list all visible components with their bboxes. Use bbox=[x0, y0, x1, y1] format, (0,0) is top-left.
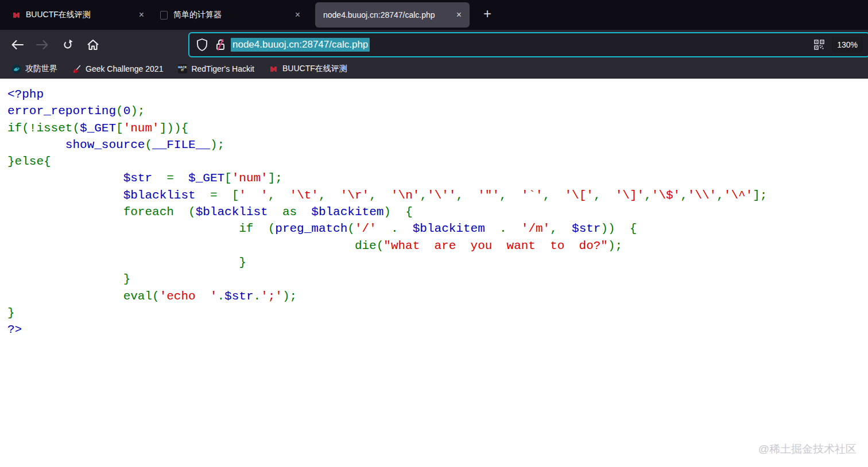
code-line: }else{ bbox=[7, 153, 868, 170]
code-line: eval('echo '.$str.';'); bbox=[7, 288, 868, 305]
code-segment: '"' bbox=[478, 189, 499, 202]
code-segment: , bbox=[369, 189, 391, 202]
bookmark-buuctf[interactable]: BUUCTF在线评测 bbox=[266, 63, 350, 75]
buuctf-favicon-icon bbox=[11, 10, 21, 20]
code-segment: error_reporting bbox=[7, 104, 116, 118]
hack-it-badge-icon: HACK IT bbox=[177, 64, 187, 74]
code-segment bbox=[7, 189, 123, 202]
code-segment: 'num' bbox=[232, 172, 268, 185]
bookmark-redtiger[interactable]: HACK IT RedTiger's Hackit bbox=[175, 63, 257, 75]
code-line: } bbox=[7, 305, 868, 321]
insecure-lock-icon[interactable] bbox=[215, 38, 226, 51]
zoom-level-badge[interactable]: 130% bbox=[832, 37, 863, 52]
code-segment: $str bbox=[123, 172, 152, 185]
code-segment: $str bbox=[224, 290, 253, 303]
flower-pin-icon bbox=[72, 64, 82, 74]
code-segment: , bbox=[319, 189, 340, 202]
new-tab-button[interactable]: + bbox=[480, 7, 495, 23]
forward-button[interactable] bbox=[32, 34, 53, 55]
qr-code-icon[interactable] bbox=[814, 40, 824, 50]
code-segment: if(!isset( bbox=[7, 122, 80, 135]
code-segment: $_GET bbox=[188, 172, 224, 185]
bookmark-adworld[interactable]: 攻防世界 bbox=[9, 63, 60, 75]
code-segment: } bbox=[7, 273, 130, 286]
code-segment: ';' bbox=[261, 290, 282, 303]
watermark: @稀土掘金技术社区 bbox=[758, 442, 857, 457]
code-segment: . bbox=[254, 290, 261, 303]
code-segment: ) { bbox=[383, 205, 412, 219]
code-segment: , bbox=[543, 189, 565, 202]
shield-icon[interactable] bbox=[196, 38, 208, 51]
tab-calculator[interactable]: 简单的计算器 × bbox=[152, 2, 308, 28]
code-segment: ); bbox=[210, 138, 224, 151]
code-line: <?php bbox=[7, 86, 868, 103]
code-segment: $blackitem bbox=[311, 205, 383, 219]
reload-button[interactable] bbox=[57, 34, 78, 55]
code-line: $str = $_GET['num']; bbox=[7, 170, 868, 186]
code-segment: die( bbox=[7, 239, 383, 252]
bookmark-label: RedTiger's Hackit bbox=[191, 64, 254, 73]
code-segment: preg_match bbox=[275, 222, 347, 235]
code-segment: ); bbox=[282, 290, 297, 303]
tab-close-icon[interactable]: × bbox=[137, 9, 146, 21]
code-segment: }else{ bbox=[7, 155, 51, 168]
code-segment: '\\' bbox=[688, 189, 716, 202]
tab-close-icon[interactable]: × bbox=[454, 9, 464, 21]
bookmark-geek-challenge[interactable]: Geek Challenge 2021 bbox=[69, 63, 165, 75]
code-segment: . bbox=[485, 222, 521, 235]
code-segment: '`' bbox=[521, 189, 543, 202]
navigation-toolbar: node4.buuoj.cn:28747/calc.php 130% bbox=[0, 30, 868, 60]
buuctf-favicon-icon bbox=[269, 64, 278, 74]
code-segment: '\]' bbox=[615, 189, 644, 202]
bookmark-label: 攻防世界 bbox=[25, 64, 57, 74]
code-segment bbox=[7, 138, 65, 151]
tab-calc-php-active[interactable]: node4.buuoj.cn:28747/calc.php × bbox=[315, 2, 470, 28]
code-segment: ' ' bbox=[239, 189, 268, 202]
code-segment: = bbox=[152, 172, 188, 185]
page-content: <?phperror_reporting(0);if(!isset($_GET[… bbox=[0, 79, 868, 467]
code-segment: 0 bbox=[123, 104, 131, 118]
code-segment: as bbox=[268, 205, 312, 219]
tab-title: BUUCTF在线评测 bbox=[26, 10, 91, 20]
code-segment: ( bbox=[347, 222, 355, 235]
code-segment: , bbox=[420, 189, 427, 202]
code-segment: ( bbox=[145, 138, 152, 151]
url-bar[interactable]: node4.buuoj.cn:28747/calc.php 130% bbox=[188, 32, 868, 57]
code-segment: , bbox=[268, 189, 290, 202]
code-segment: foreach ( bbox=[7, 205, 196, 219]
bookmarks-bar: 攻防世界 Geek Challenge 2021 HACK IT bbox=[0, 60, 868, 79]
code-line: error_reporting(0); bbox=[7, 103, 868, 119]
php-source: <?phperror_reporting(0);if(!isset($_GET[… bbox=[0, 79, 868, 338]
code-segment: <?php bbox=[7, 88, 44, 101]
back-button[interactable] bbox=[7, 34, 28, 55]
code-segment: show_source bbox=[65, 138, 145, 151]
code-segment: '\t' bbox=[290, 189, 319, 202]
code-segment: , bbox=[594, 189, 615, 202]
code-segment: "what are you want to do?" bbox=[383, 239, 608, 252]
tab-bar: BUUCTF在线评测 × 简单的计算器 × node4.buuoj.cn:287… bbox=[0, 0, 868, 30]
tab-title: 简单的计算器 bbox=[173, 10, 222, 20]
code-line: if (preg_match('/' . $blackitem . '/m', … bbox=[7, 220, 868, 237]
code-segment: } bbox=[7, 306, 15, 320]
code-segment: ])){ bbox=[160, 122, 188, 135]
code-line: foreach ($blacklist as $blackitem) { bbox=[7, 204, 868, 220]
home-button[interactable] bbox=[83, 34, 103, 55]
tab-close-icon[interactable]: × bbox=[293, 9, 303, 21]
url-text-selected[interactable]: node4.buuoj.cn:28747/calc.php bbox=[231, 38, 370, 52]
code-segment: __FILE__ bbox=[152, 138, 210, 151]
tab-title: node4.buuoj.cn:28747/calc.php bbox=[323, 10, 435, 20]
code-segment bbox=[7, 172, 123, 185]
tab-buuctf[interactable]: BUUCTF在线评测 × bbox=[5, 2, 152, 28]
code-segment: , bbox=[644, 189, 652, 202]
code-segment: . bbox=[377, 222, 413, 235]
code-segment: ); bbox=[608, 239, 622, 252]
code-line: show_source(__FILE__); bbox=[7, 137, 868, 153]
code-line: if(!isset($_GET['num'])){ bbox=[7, 120, 868, 137]
code-segment: '\r' bbox=[340, 189, 369, 202]
code-segment: ( bbox=[116, 104, 123, 118]
code-segment: '\'' bbox=[427, 189, 456, 202]
browser-window: BUUCTF在线评测 × 简单的计算器 × node4.buuoj.cn:287… bbox=[0, 0, 868, 467]
code-segment: '\^' bbox=[724, 189, 753, 202]
code-segment: 'num' bbox=[123, 122, 160, 135]
code-segment: , bbox=[550, 222, 572, 235]
